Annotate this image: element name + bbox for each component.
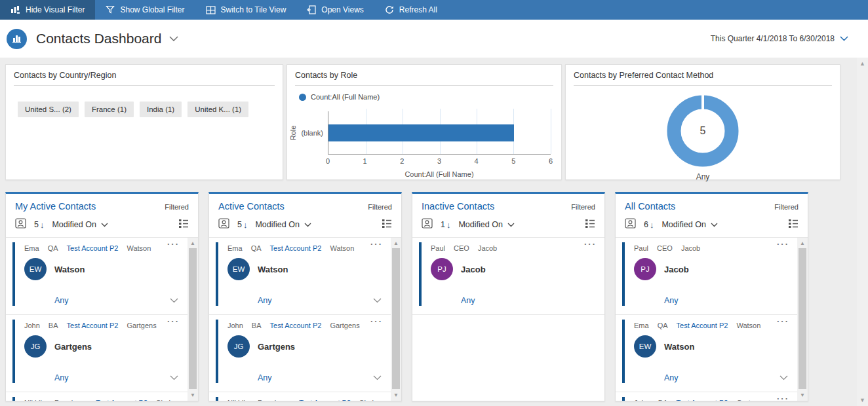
more-options-button[interactable]: ··· — [777, 394, 789, 401]
preferred-method-value[interactable]: Any — [664, 373, 679, 382]
page-scrollbar[interactable]: ▲ ▼ — [857, 58, 868, 406]
refresh-all-label: Refresh All — [399, 5, 437, 14]
panel-title[interactable]: Active Contacts — [218, 201, 285, 212]
tag-united-states[interactable]: United S... (2) — [18, 101, 79, 117]
avatar-initials: JG — [31, 342, 41, 350]
company-link[interactable]: Test Account P2 — [96, 399, 148, 401]
donut-ring[interactable]: 5 — [663, 91, 743, 171]
chart-row: Contacts by Country/Region United S... (… — [5, 64, 863, 180]
scroll-down-icon[interactable]: ▼ — [857, 397, 868, 403]
meta-job-title: Developer — [54, 399, 87, 401]
scrollbar-thumb[interactable] — [189, 248, 197, 389]
contact-card[interactable]: Ema QA Test Account P2 Watson ··· EW Wat… — [616, 315, 797, 392]
company-link[interactable]: Test Account P2 — [67, 322, 119, 329]
chart-title: Contacts by Country/Region — [14, 71, 275, 86]
donut-slice-label: Any — [696, 172, 710, 181]
more-options-button[interactable]: ··· — [777, 239, 789, 249]
tag-france[interactable]: France (1) — [85, 101, 134, 117]
scroll-up-icon[interactable]: ▲ — [187, 240, 198, 246]
scroll-up-icon[interactable]: ▲ — [797, 240, 808, 246]
sort-descending-icon[interactable]: ↓ — [243, 220, 248, 230]
contact-card[interactable]: Ema QA Test Account P2 Watson ··· EW Wat… — [6, 238, 187, 315]
contact-card-partial[interactable]: John BA Test Account P2 Gartgens ··· — [616, 392, 797, 401]
card-layout-icon[interactable] — [178, 219, 189, 231]
more-options-button[interactable]: ··· — [370, 239, 383, 249]
list-panel-my-active-contacts: My Active Contacts Filtered 5 ↓ Modified… — [5, 192, 199, 401]
contact-card[interactable]: John BA Test Account P2 Gartgens ··· JG … — [209, 315, 391, 392]
company-link[interactable]: Test Account P2 — [299, 399, 351, 401]
panel-title[interactable]: My Active Contacts — [15, 201, 96, 212]
list-panel-all-contacts: All Contacts Filtered 6 ↓ Modified On — [615, 192, 808, 401]
chevron-down-icon — [373, 375, 382, 380]
panel-title[interactable]: All Contacts — [625, 201, 675, 212]
refresh-all-button[interactable]: Refresh All — [374, 0, 448, 20]
dashboard-selector-chevron-icon[interactable] — [169, 33, 178, 45]
contact-card-partial[interactable]: Nikhila Developer Test Account P2 Shah — [6, 392, 187, 401]
scroll-up-icon[interactable]: ▲ — [857, 60, 868, 67]
panel-scrollbar[interactable]: ▲ ▼ — [797, 238, 808, 401]
sort-descending-icon[interactable]: ↓ — [650, 220, 654, 230]
preferred-method-value[interactable]: Any — [461, 296, 475, 305]
open-views-button[interactable]: Open Views — [296, 0, 374, 20]
time-range-dropdown[interactable]: This Quarter 4/1/2018 To 6/30/2018 — [711, 34, 848, 43]
card-layout-icon[interactable] — [788, 219, 799, 231]
meta-job-title: BA — [49, 322, 58, 329]
company-link[interactable]: Test Account P2 — [270, 322, 322, 329]
sort-descending-icon[interactable]: ↓ — [40, 220, 45, 230]
tag-united-kingdom[interactable]: United K... (1) — [187, 101, 248, 117]
panel-title[interactable]: Inactive Contacts — [422, 201, 494, 212]
page-title: Contacts Dashboard — [36, 31, 161, 46]
preferred-method-value[interactable]: Any — [664, 296, 679, 305]
scroll-down-icon[interactable]: ▼ — [797, 392, 808, 398]
preferred-method-value[interactable]: Any — [54, 373, 69, 382]
preferred-method-value[interactable]: Any — [54, 296, 69, 305]
scroll-up-icon[interactable]: ▲ — [391, 240, 401, 246]
scrollbar-thumb[interactable] — [392, 248, 400, 389]
scrollbar-thumb[interactable] — [799, 248, 806, 389]
tag-india[interactable]: India (1) — [140, 101, 182, 117]
show-global-filter-button[interactable]: Show Global Filter — [95, 0, 195, 20]
preferred-method-value[interactable]: Any — [258, 296, 272, 305]
card-layout-icon[interactable] — [382, 219, 392, 231]
scroll-down-icon[interactable]: ▼ — [391, 392, 401, 398]
sort-field-button[interactable]: Modified On — [661, 220, 717, 229]
panel-scrollbar[interactable]: ▲ ▼ — [391, 238, 401, 401]
preferred-method-value[interactable]: Any — [258, 373, 272, 382]
company-link[interactable]: Test Account P2 — [677, 322, 728, 329]
more-options-button[interactable]: ··· — [584, 239, 597, 249]
sort-descending-icon[interactable]: ↓ — [446, 220, 451, 230]
more-options-button[interactable]: ··· — [370, 316, 383, 326]
card-layout-icon[interactable] — [585, 219, 595, 231]
sort-field-button[interactable]: Modified On — [458, 220, 514, 229]
more-options-button[interactable]: ··· — [167, 239, 180, 249]
filtered-badge: Filtered — [774, 203, 799, 211]
contact-card-partial[interactable]: Nikhila Developer Test Account P2 Shah — [209, 392, 391, 401]
company-link[interactable]: Test Account P2 — [270, 244, 322, 252]
open-views-icon — [307, 5, 316, 14]
scroll-down-icon[interactable]: ▼ — [187, 392, 198, 398]
sort-field-button[interactable]: Modified On — [255, 220, 311, 229]
sort-field-button[interactable]: Modified On — [52, 220, 108, 229]
contact-card[interactable]: Paul CEO Jacob ··· PJ Jacob Any — [616, 238, 797, 315]
more-options-button[interactable]: ··· — [167, 316, 180, 326]
hide-visual-filter-button[interactable]: Hide Visual Filter — [0, 0, 95, 20]
card-accent-bar — [622, 397, 625, 401]
avatar-initials: JG — [234, 342, 244, 350]
role-bar[interactable] — [328, 124, 514, 141]
avatar-initials: EW — [30, 265, 42, 273]
contact-card[interactable]: John BA Test Account P2 Gartgens ··· JG … — [6, 315, 187, 392]
sort-field-label: Modified On — [52, 220, 96, 229]
visual-filter-icon — [10, 5, 20, 14]
meta-last-name: Watson — [330, 244, 354, 252]
chevron-down-icon — [711, 223, 718, 227]
list-row: My Active Contacts Filtered 5 ↓ Modified… — [5, 192, 863, 401]
funnel-icon — [106, 5, 115, 14]
contact-card[interactable]: Ema QA Test Account P2 Watson ··· EW Wat… — [209, 238, 391, 315]
more-options-button[interactable]: ··· — [777, 316, 789, 326]
company-link[interactable]: Test Account P2 — [677, 399, 728, 401]
switch-to-tile-view-button[interactable]: Switch to Tile View — [195, 0, 297, 20]
meta-job-title: BA — [658, 399, 668, 401]
panel-scrollbar[interactable]: ▲ ▼ — [187, 238, 198, 401]
company-link[interactable]: Test Account P2 — [67, 244, 119, 252]
contact-card[interactable]: Paul CEO Jacob ··· PJ Jacob Any — [412, 238, 604, 315]
